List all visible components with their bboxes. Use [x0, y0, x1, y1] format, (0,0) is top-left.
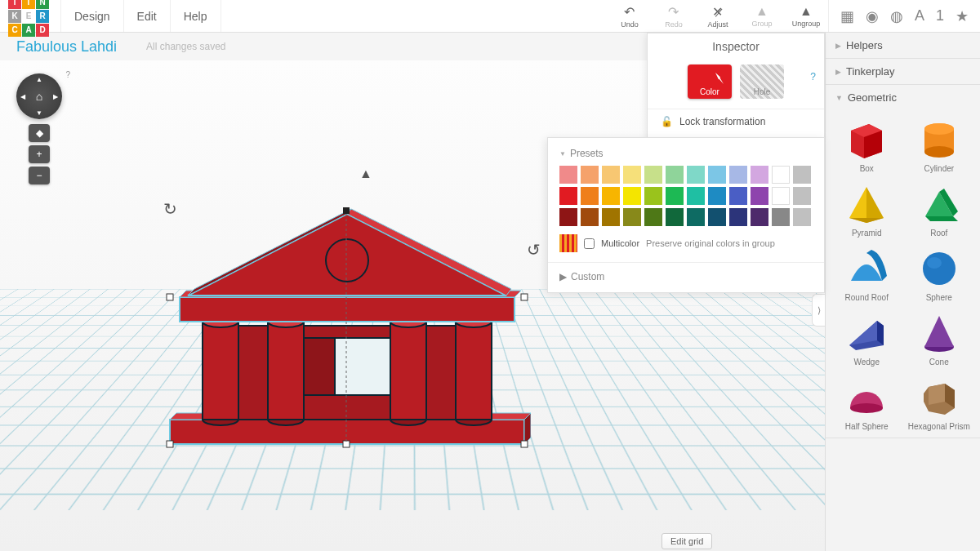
help-icon[interactable]: ?: [810, 71, 816, 82]
color-swatch[interactable]: [602, 166, 620, 184]
pyramid-icon: [842, 181, 891, 227]
undo-button[interactable]: ↶Undo: [608, 0, 652, 32]
color-swatch[interactable]: [559, 166, 577, 184]
color-swatch[interactable]: [644, 166, 662, 184]
presets-header[interactable]: ▼Presets: [548, 146, 824, 166]
shape-half-sphere[interactable]: Half Sphere: [832, 371, 902, 434]
up-arrow-icon[interactable]: ▲: [359, 167, 372, 181]
shape-cone[interactable]: Cone: [905, 307, 974, 370]
color-swatch[interactable]: [751, 187, 768, 205]
shape-roof[interactable]: Roof: [905, 178, 974, 241]
color-swatch[interactable]: [623, 208, 641, 226]
color-swatch[interactable]: [751, 208, 768, 226]
svg-point-52: [850, 403, 883, 413]
logo-tile: C: [8, 24, 21, 37]
color-swatch[interactable]: [623, 187, 641, 205]
svg-marker-44: [925, 216, 958, 221]
selected-model[interactable]: [163, 199, 531, 452]
display-tool-5[interactable]: ★: [952, 7, 972, 25]
group-button: ▲Group: [740, 0, 784, 32]
orbit-wheel[interactable]: ⌂ ◀▶ ?: [16, 73, 62, 119]
color-swatch[interactable]: [581, 166, 599, 184]
color-swatch[interactable]: [772, 166, 790, 184]
shape-cylinder[interactable]: Cylinder: [905, 113, 974, 176]
shape-wedge[interactable]: Wedge: [832, 307, 902, 370]
color-swatch[interactable]: [666, 166, 684, 184]
color-swatch[interactable]: [772, 208, 790, 226]
panel-collapse-handle[interactable]: ⟩: [812, 294, 825, 327]
color-swatch[interactable]: [751, 166, 768, 184]
help-icon[interactable]: ?: [65, 70, 70, 79]
svg-marker-38: [866, 187, 884, 223]
menu-edit[interactable]: Edit: [124, 0, 171, 32]
zoom-in-button[interactable]: +: [29, 145, 50, 163]
color-swatch[interactable]: [623, 166, 641, 184]
shape-label: Cylinder: [924, 164, 954, 173]
display-tool-0[interactable]: ▦: [837, 7, 858, 25]
color-swatch[interactable]: [729, 187, 747, 205]
display-tool-4[interactable]: 1: [933, 7, 947, 24]
edit-grid-button[interactable]: Edit grid: [662, 533, 712, 549]
shape-label: Hexagonal Prism: [908, 422, 970, 431]
roof-icon: [915, 181, 964, 227]
svg-marker-39: [849, 187, 866, 223]
color-swatch[interactable]: [772, 187, 790, 205]
color-swatch[interactable]: [559, 208, 577, 226]
panel-header-tinkerplay[interactable]: ▶Tinkerplay: [826, 59, 980, 84]
logo-tile: N: [36, 0, 49, 9]
hole-swatch-button[interactable]: Hole: [740, 64, 784, 99]
color-swatch[interactable]: [687, 208, 705, 226]
home-icon[interactable]: ⌂: [36, 90, 42, 103]
color-swatch[interactable]: [666, 187, 684, 205]
color-swatch[interactable]: [687, 187, 705, 205]
display-tool-3[interactable]: A: [911, 7, 928, 24]
display-tool-2[interactable]: ◍: [887, 7, 906, 25]
zoom-out-button[interactable]: −: [29, 167, 50, 184]
panel-header-helpers[interactable]: ▶Helpers: [826, 33, 980, 58]
color-swatch[interactable]: [708, 166, 726, 184]
color-swatch[interactable]: [644, 187, 662, 205]
svg-point-37: [924, 123, 954, 135]
color-swatch[interactable]: [708, 208, 726, 226]
app-logo[interactable]: TINKERCAD: [8, 0, 49, 37]
adjust-button[interactable]: ✕̷Adjust: [696, 0, 740, 32]
color-swatch[interactable]: [793, 187, 811, 205]
ungroup-button[interactable]: ▲Ungroup: [784, 0, 828, 32]
lock-transformation-row[interactable]: 🔓 Lock transformation: [648, 109, 824, 137]
menu-help[interactable]: Help: [171, 0, 221, 32]
svg-marker-55: [929, 384, 945, 405]
multicolor-checkbox[interactable]: [584, 238, 595, 249]
color-swatch[interactable]: [559, 187, 577, 205]
color-swatch[interactable]: [729, 166, 747, 184]
color-swatch[interactable]: [793, 208, 811, 226]
display-tool-1[interactable]: ◉: [862, 7, 882, 25]
multicolor-swatch[interactable]: [559, 234, 577, 252]
color-swatch[interactable]: [602, 208, 620, 226]
color-swatch[interactable]: [729, 208, 747, 226]
color-swatch[interactable]: [581, 208, 599, 226]
custom-header[interactable]: ▶Custom: [548, 262, 824, 284]
menu-design[interactable]: Design: [60, 0, 124, 32]
color-swatch[interactable]: [602, 187, 620, 205]
color-swatch[interactable]: [793, 166, 811, 184]
project-name[interactable]: Fabulous Lahdi: [16, 38, 117, 56]
shape-label: Round Roof: [845, 293, 889, 302]
box-icon: [842, 117, 891, 162]
redo-icon: ↷: [668, 4, 679, 20]
color-swatch-button[interactable]: Color: [688, 64, 732, 99]
hexprism-icon: [915, 375, 964, 420]
shape-pyramid[interactable]: Pyramid: [832, 178, 902, 241]
color-swatch[interactable]: [687, 166, 705, 184]
color-swatch[interactable]: [644, 208, 662, 226]
shapes-panel: ▶Helpers▶Tinkerplay▼GeometricBoxCylinder…: [825, 33, 980, 551]
color-swatch[interactable]: [581, 187, 599, 205]
shape-hexagonal-prism[interactable]: Hexagonal Prism: [905, 371, 974, 434]
panel-header-geometric[interactable]: ▼Geometric: [826, 85, 980, 110]
fit-view-button[interactable]: ◆: [29, 124, 50, 142]
shape-sphere[interactable]: Sphere: [905, 242, 974, 305]
shape-box[interactable]: Box: [832, 113, 902, 176]
shape-round-roof[interactable]: Round Roof: [832, 242, 902, 305]
svg-rect-29: [343, 207, 350, 214]
color-swatch[interactable]: [666, 208, 684, 226]
color-swatch[interactable]: [708, 187, 726, 205]
